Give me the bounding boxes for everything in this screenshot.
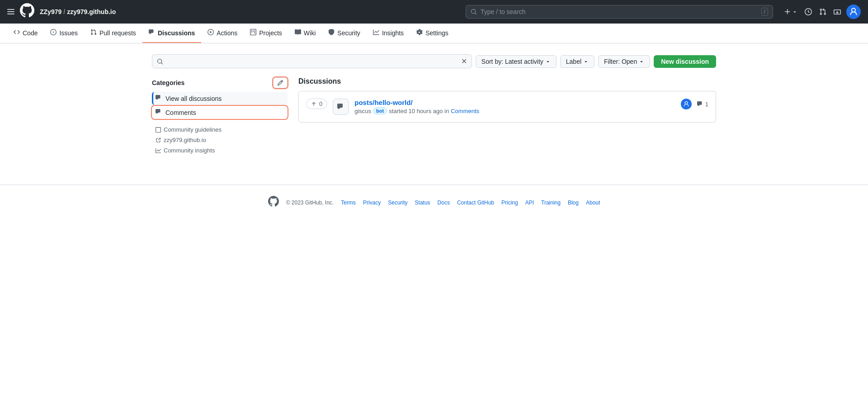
issues-clock-button[interactable] xyxy=(803,6,814,17)
filter-label: Filter: Open xyxy=(604,58,637,65)
header-actions xyxy=(782,5,861,19)
sidebar-list: View all discussions Comments xyxy=(152,92,288,119)
sidebar-item-comments[interactable]: Comments xyxy=(152,106,288,119)
breadcrumb-separator: / xyxy=(63,8,65,15)
projects-icon xyxy=(250,29,256,37)
nav-actions-label: Actions xyxy=(217,29,237,37)
footer-privacy[interactable]: Privacy xyxy=(363,200,381,206)
community-guidelines-label: Community guidelines xyxy=(164,126,222,133)
comments-icon xyxy=(156,109,162,116)
vote-count: 0 xyxy=(319,100,322,107)
breadcrumb-repo[interactable]: zzy979.github.io xyxy=(67,8,116,15)
discussion-avatar[interactable] xyxy=(681,99,692,109)
breadcrumb-user[interactable]: ZZy979 xyxy=(40,8,61,15)
sidebar-item-view-all-label: View all discussions xyxy=(165,95,222,102)
avatar[interactable] xyxy=(846,5,861,19)
filter-search-input[interactable]: is:open xyxy=(166,58,458,65)
footer-security[interactable]: Security xyxy=(388,200,407,206)
insights-icon xyxy=(373,29,379,37)
footer-blog[interactable]: Blog xyxy=(568,200,579,206)
new-plus-button[interactable] xyxy=(782,6,799,17)
nav-wiki-label: Wiki xyxy=(304,29,316,37)
footer-training[interactable]: Training xyxy=(541,200,561,206)
discussion-author: giscus xyxy=(354,108,371,114)
footer-pricing[interactable]: Pricing xyxy=(501,200,518,206)
new-discussion-button[interactable]: New discussion xyxy=(654,55,716,68)
footer-about[interactable]: About xyxy=(586,200,600,206)
nav-issues[interactable]: Issues xyxy=(44,24,84,43)
nav-issues-label: Issues xyxy=(59,29,77,37)
sort-label: Sort by: Latest activity xyxy=(481,58,543,65)
footer-contact[interactable]: Contact GitHub xyxy=(457,200,494,206)
nav-code[interactable]: Code xyxy=(7,24,44,43)
footer-terms[interactable]: Terms xyxy=(341,200,356,206)
code-icon xyxy=(14,29,20,37)
nav-discussions[interactable]: Discussions xyxy=(142,24,201,43)
sort-button[interactable]: Sort by: Latest activity xyxy=(476,55,557,68)
wiki-icon xyxy=(295,29,301,37)
discussions-panel: Discussions 0 posts/hello-world/ giscus … xyxy=(298,77,716,156)
clear-search-button[interactable]: ✕ xyxy=(461,57,467,66)
search-input[interactable] xyxy=(481,8,758,15)
bot-badge: bot xyxy=(373,107,387,114)
footer-github-logo xyxy=(268,196,279,209)
nav-settings[interactable]: Settings xyxy=(410,24,455,43)
footer-copyright: © 2023 GitHub, Inc. xyxy=(286,200,334,206)
svg-rect-1 xyxy=(7,11,14,12)
security-icon xyxy=(328,29,335,37)
table-row: 0 posts/hello-world/ giscus bot started … xyxy=(298,91,716,123)
community-guidelines-link[interactable]: Community guidelines xyxy=(152,124,288,135)
pull-requests-button[interactable] xyxy=(817,6,828,17)
hamburger-icon[interactable] xyxy=(7,8,14,15)
external-site-label: zzy979.github.io xyxy=(164,137,206,143)
github-logo[interactable] xyxy=(20,3,34,20)
sidebar-item-comments-label: Comments xyxy=(165,109,196,116)
nav-actions[interactable]: Actions xyxy=(201,24,244,43)
community-insights-label: Community insights xyxy=(164,147,215,154)
pull-requests-icon xyxy=(90,29,97,37)
sidebar-header: Categories xyxy=(152,77,288,88)
sidebar-links: Community guidelines zzy979.github.io Co… xyxy=(152,124,288,156)
nav-security[interactable]: Security xyxy=(322,24,367,43)
search-slash-icon: / xyxy=(761,8,768,16)
sidebar-title: Categories xyxy=(152,79,184,86)
filter-bar: is:open ✕ Sort by: Latest activity Label… xyxy=(152,54,716,68)
actions-icon xyxy=(208,29,214,37)
footer-api[interactable]: API xyxy=(525,200,534,206)
nav-projects[interactable]: Projects xyxy=(244,24,288,43)
discussion-meta: giscus bot started 10 hours ago in Comme… xyxy=(354,107,675,114)
discussions-icon xyxy=(149,29,155,37)
search-filter-wrap[interactable]: is:open ✕ xyxy=(152,54,472,68)
footer: © 2023 GitHub, Inc. Terms Privacy Securi… xyxy=(0,185,868,220)
external-site-link[interactable]: zzy979.github.io xyxy=(152,135,288,145)
sidebar: Categories View all discussions Comments xyxy=(152,77,288,156)
discussion-time: started 10 hours ago in xyxy=(389,108,449,114)
community-insights-link[interactable]: Community insights xyxy=(152,145,288,156)
nav-projects-label: Projects xyxy=(259,29,282,37)
discussion-actions: 1 xyxy=(681,99,708,109)
edit-categories-button[interactable] xyxy=(273,77,288,88)
discussion-category-icon xyxy=(333,99,349,115)
footer-status[interactable]: Status xyxy=(415,200,430,206)
sidebar-item-view-all[interactable]: View all discussions xyxy=(152,92,288,105)
filter-open-button[interactable]: Filter: Open xyxy=(598,55,650,68)
discussion-title[interactable]: posts/hello-world/ xyxy=(354,99,412,106)
nav-settings-label: Settings xyxy=(425,29,448,37)
inbox-button[interactable] xyxy=(832,6,843,17)
vote-box[interactable]: 0 xyxy=(306,99,327,109)
discussion-category[interactable]: Comments xyxy=(451,108,479,114)
repo-nav: Code Issues Pull requests Discussions Ac… xyxy=(0,24,868,43)
svg-rect-2 xyxy=(7,14,14,14)
nav-pull-requests-label: Pull requests xyxy=(99,29,136,37)
global-search[interactable]: / xyxy=(466,5,773,19)
footer-docs[interactable]: Docs xyxy=(438,200,450,206)
nav-pull-requests[interactable]: Pull requests xyxy=(84,24,142,43)
discussion-comments[interactable]: 1 xyxy=(697,101,708,108)
nav-discussions-label: Discussions xyxy=(158,29,195,37)
nav-security-label: Security xyxy=(337,29,360,37)
label-button[interactable]: Label xyxy=(560,55,594,68)
nav-wiki[interactable]: Wiki xyxy=(288,24,322,43)
content-area: Categories View all discussions Comments xyxy=(152,77,716,156)
view-all-icon xyxy=(156,95,162,102)
nav-insights[interactable]: Insights xyxy=(367,24,410,43)
